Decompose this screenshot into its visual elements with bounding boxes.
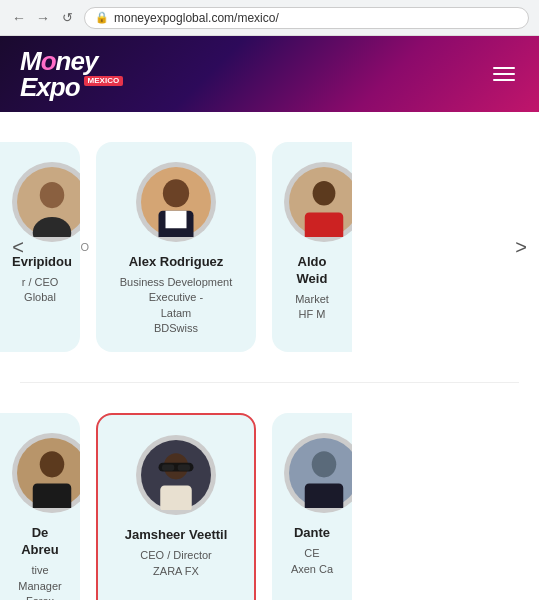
card-name-alex: Alex Rodriguez bbox=[108, 254, 244, 271]
browser-nav-buttons: ← → ↺ bbox=[10, 9, 76, 27]
svg-rect-21 bbox=[305, 484, 344, 509]
reload-button[interactable]: ↺ bbox=[58, 9, 76, 27]
avatar-image-abreu bbox=[17, 438, 80, 508]
site-header: Money Expo MEXICO bbox=[0, 36, 539, 112]
prev-arrow[interactable]: < bbox=[2, 231, 34, 263]
back-button[interactable]: ← bbox=[10, 9, 28, 27]
forward-button[interactable]: → bbox=[34, 9, 52, 27]
main-content: 5 / CEO < Evripidou r / CEO Global bbox=[0, 112, 539, 600]
avatar-de-abreu bbox=[12, 433, 80, 513]
svg-point-20 bbox=[312, 452, 337, 478]
svg-point-4 bbox=[163, 179, 189, 207]
logo-badge: MEXICO bbox=[84, 76, 124, 86]
svg-point-1 bbox=[40, 182, 65, 208]
card-alex-rodriguez[interactable]: Alex Rodriguez Business Development Exec… bbox=[96, 142, 256, 352]
card-title-evripidou: r / CEO Global bbox=[12, 275, 68, 306]
avatar-aldo bbox=[284, 162, 352, 242]
avatar-evripidou bbox=[12, 162, 80, 242]
logo-line2: Expo bbox=[20, 74, 80, 100]
avatar-jamsheer bbox=[136, 435, 216, 515]
card-title-jamsheer: CEO / Director ZARA FX bbox=[110, 548, 242, 579]
svg-rect-18 bbox=[160, 486, 192, 511]
speakers-row-2: De Abreu tive Manager Forex bbox=[0, 383, 539, 600]
lock-icon: 🔒 bbox=[95, 11, 109, 24]
logo-line1: Money bbox=[20, 48, 123, 74]
svg-rect-17 bbox=[178, 465, 190, 471]
browser-chrome: ← → ↺ 🔒 moneyexpoglobal.com/mexico/ bbox=[0, 0, 539, 36]
hamburger-menu[interactable] bbox=[489, 63, 519, 85]
avatar-image-jamsheer bbox=[141, 440, 211, 510]
svg-rect-9 bbox=[305, 213, 344, 238]
card-name-jamsheer: Jamsheer Veettil bbox=[110, 527, 242, 544]
avatar-alex-rodriguez bbox=[136, 162, 216, 242]
card-jamsheer[interactable]: Jamsheer Veettil CEO / Director ZARA FX bbox=[96, 413, 256, 600]
card-name-de-abreu: De Abreu bbox=[12, 525, 68, 559]
svg-rect-6 bbox=[166, 211, 187, 229]
card-title-alex: Business Development Executive - Latam B… bbox=[108, 275, 244, 337]
card-name-aldo: Aldo Weid bbox=[284, 254, 340, 288]
cards-row-1: Evripidou r / CEO Global Alex Rodriguez bbox=[0, 122, 539, 372]
card-title-de-abreu: tive Manager Forex bbox=[12, 563, 68, 600]
card-title-dante: CE Axen Ca bbox=[284, 546, 340, 577]
cards-row-2: De Abreu tive Manager Forex bbox=[0, 393, 539, 600]
logo-text-area: Money Expo MEXICO bbox=[20, 48, 123, 100]
card-aldo[interactable]: Aldo Weid Market HF M bbox=[272, 142, 352, 352]
url-text: moneyexpoglobal.com/mexico/ bbox=[114, 11, 279, 25]
speakers-row-1: 5 / CEO < Evripidou r / CEO Global bbox=[0, 112, 539, 382]
card-name-dante: Dante bbox=[284, 525, 340, 542]
avatar-dante bbox=[284, 433, 352, 513]
card-de-abreu[interactable]: De Abreu tive Manager Forex bbox=[0, 413, 80, 600]
svg-rect-12 bbox=[33, 484, 72, 509]
logo: Money Expo MEXICO bbox=[20, 48, 123, 100]
avatar-image-alex bbox=[141, 167, 211, 237]
next-arrow[interactable]: > bbox=[505, 231, 537, 263]
avatar-image-dante bbox=[289, 438, 352, 508]
svg-point-8 bbox=[313, 181, 336, 206]
avatar-image-evripidou bbox=[17, 167, 80, 237]
svg-rect-16 bbox=[162, 465, 174, 471]
card-dante[interactable]: Dante CE Axen Ca bbox=[272, 413, 352, 600]
avatar-image-aldo bbox=[289, 167, 352, 237]
address-bar[interactable]: 🔒 moneyexpoglobal.com/mexico/ bbox=[84, 7, 529, 29]
card-title-aldo: Market HF M bbox=[284, 292, 340, 323]
svg-point-11 bbox=[40, 452, 65, 478]
